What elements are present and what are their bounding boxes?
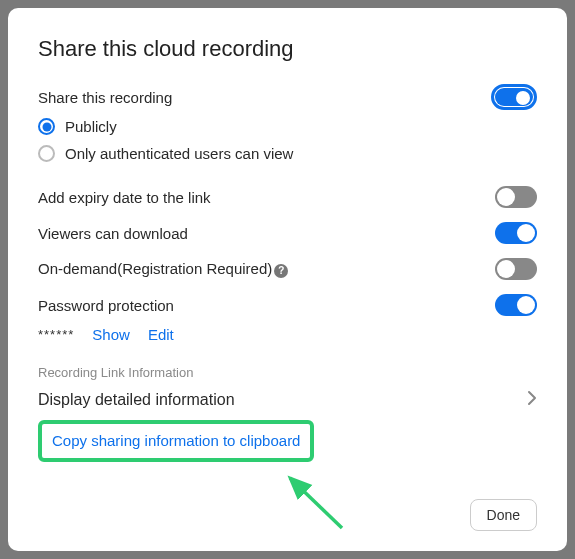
expiry-label: Add expiry date to the link	[38, 189, 211, 206]
share-visibility-group: Publicly Only authenticated users can vi…	[38, 118, 537, 172]
ondemand-label: On-demand(Registration Required)?	[38, 260, 288, 277]
radio-icon	[38, 145, 55, 162]
copy-link-highlight: Copy sharing information to clipboard	[38, 420, 314, 462]
ondemand-row: On-demand(Registration Required)?	[38, 258, 537, 280]
radio-authenticated-only[interactable]: Only authenticated users can view	[38, 145, 537, 162]
radio-label: Publicly	[65, 118, 117, 135]
password-toggle[interactable]	[495, 294, 537, 316]
password-row: Password protection	[38, 294, 537, 316]
download-label: Viewers can download	[38, 225, 188, 242]
password-label: Password protection	[38, 297, 174, 314]
share-recording-label: Share this recording	[38, 89, 172, 106]
radio-label: Only authenticated users can view	[65, 145, 293, 162]
download-toggle[interactable]	[495, 222, 537, 244]
ondemand-toggle[interactable]	[495, 258, 537, 280]
radio-icon	[38, 118, 55, 135]
help-icon[interactable]: ?	[274, 264, 288, 278]
password-masked: ******	[38, 327, 74, 342]
password-show-link[interactable]: Show	[92, 326, 130, 343]
modal-title: Share this cloud recording	[38, 36, 537, 62]
password-actions: ****** Show Edit	[38, 326, 537, 343]
ondemand-text: On-demand(Registration Required)	[38, 260, 272, 277]
password-edit-link[interactable]: Edit	[148, 326, 174, 343]
expiry-toggle[interactable]	[495, 186, 537, 208]
share-modal: Share this cloud recording Share this re…	[8, 8, 567, 551]
copy-sharing-link[interactable]: Copy sharing information to clipboard	[52, 432, 300, 449]
download-row: Viewers can download	[38, 222, 537, 244]
radio-publicly[interactable]: Publicly	[38, 118, 537, 135]
expiry-row: Add expiry date to the link	[38, 186, 537, 208]
display-detailed-label: Display detailed information	[38, 391, 235, 409]
link-section-heading: Recording Link Information	[38, 365, 537, 380]
chevron-right-icon	[527, 390, 537, 410]
share-recording-row: Share this recording	[38, 84, 537, 110]
done-button[interactable]: Done	[470, 499, 537, 531]
share-recording-toggle[interactable]	[491, 84, 537, 110]
modal-footer: Done	[38, 499, 537, 531]
display-detailed-row[interactable]: Display detailed information	[38, 390, 537, 410]
